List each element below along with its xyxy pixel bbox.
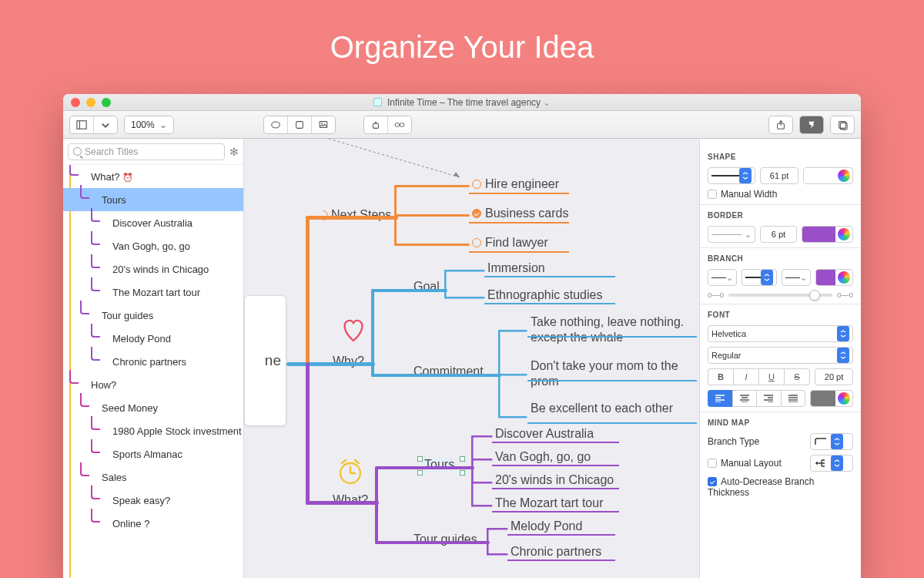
border-width-field[interactable]: 6 pt (760, 226, 797, 243)
branch-thickness-slider[interactable] (728, 294, 832, 297)
map-node[interactable]: Discover Australia (495, 427, 594, 441)
svg-rect-0 (77, 120, 86, 129)
map-node[interactable]: Hire engineer (472, 177, 559, 191)
map-node[interactable]: Be excellent to each other (531, 401, 692, 416)
map-node[interactable]: Chronic partners (511, 545, 601, 559)
shape-heading: SHAPE (708, 153, 853, 161)
map-node[interactable]: Van Gogh, go, go (495, 450, 591, 464)
view-layout-icon[interactable] (70, 116, 94, 133)
traffic-zoom[interactable] (102, 98, 111, 107)
search-icon (73, 147, 82, 156)
border-color-swatch[interactable] (802, 226, 853, 243)
outline-item[interactable]: The Mozart tart tour (63, 281, 243, 304)
map-node[interactable]: 20's winds in Chicago (495, 473, 614, 487)
svg-point-64 (815, 462, 818, 464)
svg-point-2 (271, 122, 280, 128)
outline-item[interactable]: Online ? (63, 512, 243, 535)
toolbar: 100%⌄ (63, 111, 861, 139)
align-left-button[interactable] (708, 390, 732, 407)
font-bold-button[interactable]: B (708, 368, 733, 385)
window-title: Infinite Time – The time travel agency ⌄ (63, 97, 861, 108)
map-node[interactable]: Find lawyer (472, 236, 548, 250)
font-italic-button[interactable]: I (733, 368, 758, 385)
border-line-style[interactable]: ⌄ (708, 226, 755, 243)
svg-rect-3 (296, 121, 303, 128)
svg-rect-6 (373, 123, 378, 128)
branch-mid-style[interactable] (742, 269, 777, 286)
branch-end-style[interactable]: ⌄ (782, 269, 811, 286)
insert-topic-icon[interactable] (264, 116, 288, 133)
svg-point-5 (321, 123, 323, 124)
align-justify-button[interactable] (781, 390, 806, 407)
font-underline-button[interactable]: U (758, 368, 784, 385)
share-button[interactable] (768, 116, 793, 134)
view-segmented[interactable] (69, 116, 118, 134)
add-attachment-icon[interactable] (364, 116, 388, 133)
map-node[interactable]: Business cards (472, 207, 569, 220)
shape-width-field[interactable]: 61 pt (760, 167, 798, 184)
branch-color-swatch[interactable] (815, 269, 853, 286)
map-node[interactable]: Take nothing, leave nothing. except the … (531, 314, 692, 345)
font-weight-select[interactable]: Regular (708, 347, 853, 364)
inspector-toggle[interactable] (799, 116, 824, 134)
traffic-minimize[interactable] (86, 98, 95, 107)
root-topic[interactable]: ne (244, 295, 286, 426)
manual-width-checkbox[interactable]: Manual Width (708, 189, 777, 200)
outline-item[interactable]: Sports Almanac (63, 442, 243, 465)
mindmap-canvas[interactable]: ne Next StepsHire engineerBusiness cards… (244, 139, 699, 578)
branch-start-style[interactable]: ⌄ (708, 269, 737, 286)
search-input[interactable]: Search Titles (68, 143, 225, 160)
document-icon (373, 98, 382, 106)
gear-icon[interactable]: ✻ (229, 146, 239, 158)
auto-thickness-checkbox[interactable]: Auto-Decrease Branch Thickness (708, 476, 814, 498)
svg-rect-9 (395, 123, 399, 126)
map-node[interactable]: Melody Pond (511, 519, 582, 533)
manual-layout-checkbox[interactable]: Manual Layout (708, 458, 805, 469)
branch-type-select[interactable] (810, 433, 853, 450)
border-heading: BORDER (708, 211, 853, 220)
traffic-close[interactable] (71, 98, 80, 107)
insert-note-icon[interactable] (288, 116, 312, 133)
font-strike-button[interactable]: S (784, 368, 810, 385)
map-node[interactable]: What? (333, 493, 368, 507)
map-node[interactable]: The Mozart tart tour (495, 496, 604, 510)
map-node[interactable]: Immersion (487, 261, 545, 275)
outline-item[interactable]: How? (63, 373, 243, 396)
map-node[interactable]: Why? (333, 355, 364, 368)
align-center-button[interactable] (732, 390, 757, 407)
styles-button[interactable] (830, 116, 855, 134)
shape-line-style[interactable] (708, 167, 755, 184)
layout-style-select[interactable] (810, 455, 853, 472)
outline-list[interactable]: What? ⏰ToursDiscover AustraliaVan Gogh, … (63, 165, 243, 578)
svg-rect-10 (400, 123, 403, 126)
map-node[interactable]: Tour guides (413, 533, 477, 546)
font-family-select[interactable]: Helvetica (708, 325, 853, 342)
branch-heading: BRANCH (708, 254, 853, 263)
app-window: Infinite Time – The time travel agency ⌄… (63, 94, 861, 578)
mindmap-heading: MIND MAP (708, 418, 853, 427)
titlebar: Infinite Time – The time travel agency ⌄ (63, 94, 861, 111)
view-dropdown-icon[interactable] (94, 116, 117, 133)
font-size-field[interactable]: 20 pt (815, 368, 853, 385)
font-heading: FONT (708, 311, 853, 319)
shape-fill-swatch[interactable] (803, 167, 853, 184)
attach-segmented[interactable] (363, 116, 412, 134)
outline-item[interactable]: Chronic partners (63, 350, 243, 373)
outline-item[interactable]: What? ⏰ (63, 165, 243, 188)
map-node[interactable]: Don't take your mom to the prom (531, 358, 692, 389)
map-node[interactable]: Tours (423, 458, 456, 472)
font-color-swatch[interactable] (810, 390, 853, 407)
map-node[interactable]: Next Steps (331, 208, 391, 222)
zoom-select[interactable]: 100%⌄ (124, 116, 174, 134)
map-node[interactable]: Ethnographic studies (487, 288, 602, 302)
align-right-button[interactable] (756, 390, 781, 407)
insert-image-icon[interactable] (312, 116, 335, 133)
branch-type-label: Branch Type (708, 436, 805, 447)
insert-segmented[interactable] (263, 116, 336, 134)
outline-sidebar: Search Titles ✻ What? ⏰ToursDiscover Aus… (63, 139, 244, 578)
inspector-panel: SHAPE 61 pt Manual Width BORDER ⌄ 6 pt B… (699, 139, 861, 578)
add-link-icon[interactable] (388, 116, 411, 133)
hero-title: Organize Your Idea (0, 0, 924, 94)
